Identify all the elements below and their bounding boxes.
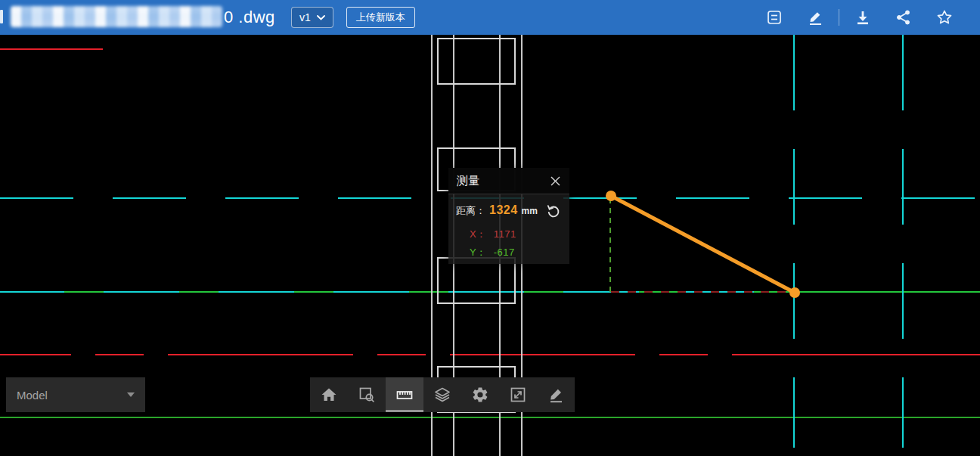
header-bar: 0 .dwg v1 上传新版本	[0, 0, 980, 35]
model-selector-value: Model	[17, 389, 48, 402]
measure-popup-title: 测量	[457, 174, 479, 188]
x-label: X：	[470, 228, 486, 240]
zoom-window-icon	[358, 386, 376, 404]
header-divider	[839, 9, 839, 26]
cad-column-rect	[437, 257, 516, 304]
document-outline-icon[interactable]	[765, 8, 783, 26]
x-row: X：1171	[470, 225, 569, 244]
distance-unit: mm	[522, 206, 538, 216]
distance-label: 距离：	[456, 204, 485, 218]
home-button[interactable]	[310, 377, 348, 412]
caret-down-icon	[127, 392, 135, 397]
fullscreen-icon	[509, 386, 527, 404]
cad-red-dashed-line	[0, 354, 980, 355]
measure-aux-vertical-dashed	[609, 198, 611, 292]
home-icon	[320, 386, 338, 404]
y-value: -617	[494, 244, 515, 262]
measure-button[interactable]	[386, 377, 423, 412]
annotate-pen-icon[interactable]	[806, 8, 824, 26]
measure-popup: 测量 距离： 1324 mm X：1171 Y：-617	[448, 168, 569, 264]
reset-measure-icon[interactable]	[545, 203, 562, 219]
cad-cyan-centerline	[902, 35, 904, 448]
star-icon[interactable]	[935, 8, 954, 26]
distance-value: 1324	[489, 203, 518, 217]
cad-red-line-top	[0, 48, 103, 50]
model-selector-dropdown[interactable]: Model	[6, 377, 145, 412]
download-icon[interactable]	[854, 8, 872, 26]
gear-icon	[471, 386, 489, 404]
measure-end-point[interactable]	[789, 287, 800, 298]
file-suffix-text: 0 .dwg	[224, 0, 275, 35]
redacted-filename-fragment	[0, 10, 3, 23]
y-label: Y：	[470, 247, 486, 258]
measure-popup-titlebar[interactable]: 测量	[448, 168, 569, 194]
markup-button[interactable]	[537, 377, 575, 412]
x-value: 1171	[494, 225, 516, 244]
layers-icon	[433, 386, 451, 404]
fullscreen-button[interactable]	[499, 377, 537, 412]
markup-pen-icon	[547, 386, 565, 404]
dwg-viewer-app: 0 .dwg v1 上传新版本	[0, 0, 980, 456]
header-actions	[754, 0, 965, 35]
measure-line	[611, 196, 795, 293]
settings-button[interactable]	[461, 377, 499, 412]
measure-aux-horizontal-dashed	[611, 291, 795, 293]
close-icon[interactable]	[549, 175, 561, 187]
cad-column-rect	[437, 38, 516, 85]
redacted-filename	[11, 6, 222, 27]
xy-readout: X：1171 Y：-617	[470, 225, 569, 262]
file-title-area: 0 .dwg	[0, 0, 412, 35]
cad-green-axis-right	[786, 291, 980, 293]
cad-cyan-centerline	[793, 35, 795, 448]
ruler-icon	[395, 386, 414, 404]
layers-button[interactable]	[423, 377, 461, 412]
cad-green-line-bottom	[0, 417, 980, 418]
viewer-toolbar	[310, 377, 575, 412]
y-row: Y：-617	[470, 244, 569, 262]
measure-start-point[interactable]	[606, 191, 616, 201]
share-icon[interactable]	[895, 8, 913, 26]
zoom-window-button[interactable]	[348, 377, 386, 412]
